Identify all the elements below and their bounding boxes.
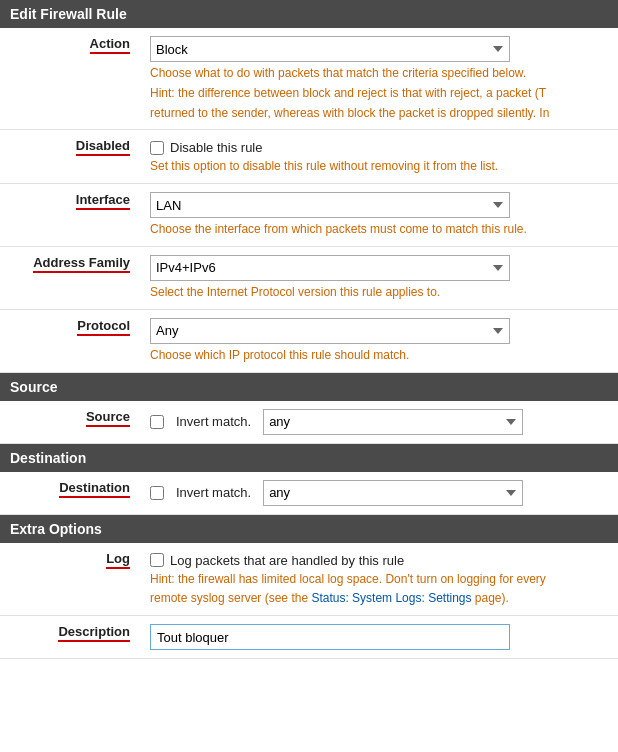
page-title: Edit Firewall Rule <box>0 0 618 28</box>
log-value-cell: Log packets that are handled by this rul… <box>140 543 618 616</box>
disabled-checkbox[interactable] <box>150 141 164 155</box>
action-label: Action <box>0 28 140 130</box>
log-checkbox[interactable] <box>150 553 164 567</box>
log-label: Log <box>0 543 140 616</box>
source-value-cell: Invert match. anysingle host or aliasnet… <box>140 401 618 444</box>
source-select[interactable]: anysingle host or aliasnetworkWAN addres… <box>263 409 523 435</box>
address-family-label: Address Family <box>0 246 140 309</box>
source-invert-label: Invert match. <box>176 414 251 429</box>
interface-row: Interface LANWANany Choose the interface… <box>0 184 618 247</box>
main-form: Action BlockRejectAllow Choose what to d… <box>0 28 618 373</box>
destination-invert-checkbox[interactable] <box>150 486 164 500</box>
source-label: Source <box>0 401 140 444</box>
source-row: Source Invert match. anysingle host or a… <box>0 401 618 444</box>
action-hint2: Hint: the difference between block and r… <box>150 85 608 102</box>
disabled-checkbox-label: Disable this rule <box>170 140 263 155</box>
protocol-hint: Choose which IP protocol this rule shoul… <box>150 347 608 364</box>
log-hint1: Hint: the firewall has limited local log… <box>150 571 608 588</box>
destination-invert-label: Invert match. <box>176 485 251 500</box>
disabled-hint: Set this option to disable this rule wit… <box>150 158 608 175</box>
protocol-select[interactable]: AnyTCPUDPICMP <box>150 318 510 344</box>
source-form: Source Invert match. anysingle host or a… <box>0 401 618 444</box>
address-family-hint: Select the Internet Protocol version thi… <box>150 284 608 301</box>
log-row: Log Log packets that are handled by this… <box>0 543 618 616</box>
description-value-cell <box>140 616 618 659</box>
interface-value-cell: LANWANany Choose the interface from whic… <box>140 184 618 247</box>
description-input[interactable] <box>150 624 510 650</box>
destination-section-header: Destination <box>0 444 618 472</box>
action-hint1: Choose what to do with packets that matc… <box>150 65 608 82</box>
interface-hint: Choose the interface from which packets … <box>150 221 608 238</box>
description-label: Description <box>0 616 140 659</box>
destination-row: Destination Invert match. anysingle host… <box>0 472 618 515</box>
disabled-value-cell: Disable this rule Set this option to dis… <box>140 130 618 184</box>
destination-select[interactable]: anysingle host or aliasnetworkWAN addres… <box>263 480 523 506</box>
address-family-row: Address Family IPv4+IPv6IPv4IPv6 Select … <box>0 246 618 309</box>
description-row: Description <box>0 616 618 659</box>
action-select[interactable]: BlockRejectAllow <box>150 36 510 62</box>
source-section-header: Source <box>0 373 618 401</box>
log-checkbox-label: Log packets that are handled by this rul… <box>170 553 404 568</box>
address-family-select[interactable]: IPv4+IPv6IPv4IPv6 <box>150 255 510 281</box>
action-row: Action BlockRejectAllow Choose what to d… <box>0 28 618 130</box>
destination-label: Destination <box>0 472 140 515</box>
protocol-row: Protocol AnyTCPUDPICMP Choose which IP p… <box>0 309 618 372</box>
extra-form: Log Log packets that are handled by this… <box>0 543 618 660</box>
destination-value-cell: Invert match. anysingle host or aliasnet… <box>140 472 618 515</box>
destination-form: Destination Invert match. anysingle host… <box>0 472 618 515</box>
source-invert-checkbox[interactable] <box>150 415 164 429</box>
protocol-label: Protocol <box>0 309 140 372</box>
address-family-value-cell: IPv4+IPv6IPv4IPv6 Select the Internet Pr… <box>140 246 618 309</box>
disabled-row: Disabled Disable this rule Set this opti… <box>0 130 618 184</box>
action-hint3: returned to the sender, whereas with blo… <box>150 105 608 122</box>
protocol-value-cell: AnyTCPUDPICMP Choose which IP protocol t… <box>140 309 618 372</box>
interface-select[interactable]: LANWANany <box>150 192 510 218</box>
action-value-cell: BlockRejectAllow Choose what to do with … <box>140 28 618 130</box>
extra-options-section-header: Extra Options <box>0 515 618 543</box>
log-hint2-container: remote syslog server (see the Status: Sy… <box>150 590 608 607</box>
disabled-label: Disabled <box>0 130 140 184</box>
log-hint2-link[interactable]: Status: System Logs: Settings <box>311 591 471 605</box>
interface-label: Interface <box>0 184 140 247</box>
